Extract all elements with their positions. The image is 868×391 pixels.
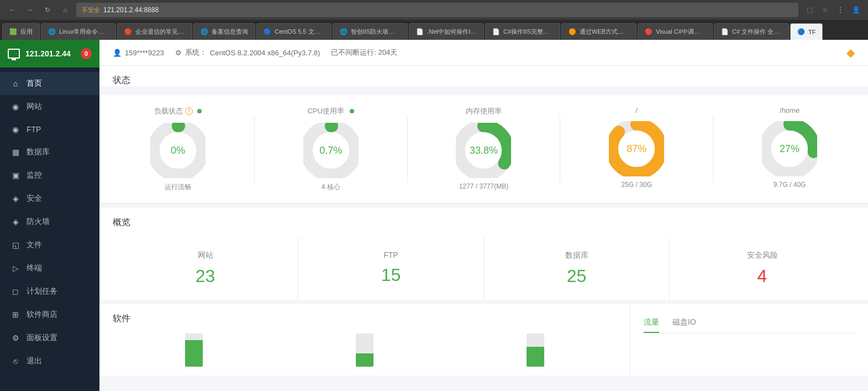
overview-section: 概览 网站 23 FTP 15 数据库 25 安全风险 4 <box>99 208 868 300</box>
cpu-dot <box>350 109 354 113</box>
tab-csharp-iis[interactable]: 📄 C#操作IIS完整解析-... <box>485 23 560 40</box>
terminal-icon: ▷ <box>11 264 20 273</box>
folder-icon: ◱ <box>11 241 20 249</box>
notification-badge: 0 <box>81 48 92 59</box>
bar-fill <box>185 340 203 367</box>
question-icon[interactable]: ? <box>185 107 193 115</box>
tab-iis[interactable]: 🌐 智创IIS防火墙和W... <box>333 23 408 40</box>
status-section: 状态 <box>99 66 868 86</box>
software-bar-1 <box>113 333 275 367</box>
sidebar-item-tasks[interactable]: ◻ 计划任务 <box>0 280 99 303</box>
gauge-cpu-circle: 0.7% <box>303 123 359 178</box>
software-section: 软件 <box>99 304 630 376</box>
sidebar-item-panel[interactable]: ⚙ 面板设置 <box>0 326 99 350</box>
tab-traffic[interactable]: 流量 <box>644 313 659 333</box>
tab-favicon: 🌐 <box>201 28 208 36</box>
sidebar-item-label: 面板设置 <box>27 333 57 343</box>
card-ftp-value: 15 <box>381 265 401 285</box>
system-info: ⚙ 系统： CentOS 8.2.2004 x86_64(Py3.7.8) <box>175 48 320 58</box>
sidebar-item-label: 软件商店 <box>27 310 57 320</box>
tab-icp[interactable]: 🌐 备案信息查询 <box>193 23 255 40</box>
sidebar-item-terminal[interactable]: ▷ 终端 <box>0 257 99 280</box>
tab-csharp-file[interactable]: 📄 C# 文件操作 全收... <box>714 23 789 40</box>
gauge-disk-home-circle: 27% <box>762 121 817 176</box>
tab-web-remote[interactable]: 🟠 通过WEB方式远程... <box>561 23 636 40</box>
forward-button[interactable]: → <box>23 3 36 17</box>
card-database[interactable]: 数据库 25 <box>484 237 669 300</box>
home-nav-button[interactable]: ⌂ <box>59 3 72 17</box>
sidebar-item-files[interactable]: ◱ 文件 <box>0 233 99 257</box>
username: 159****9223 <box>125 49 164 57</box>
tab-favicon: 🌐 <box>48 28 56 36</box>
tab-linux[interactable]: 🌐 Linux常用命令全集 <box>41 23 116 40</box>
db-icon: ▦ <box>11 148 20 157</box>
gauge-disk-root-subtitle: 25G / 30G <box>622 181 652 189</box>
gauges-row: 负载状态 ? 0% 运行流畅 CPU使用率 <box>99 95 868 204</box>
tab-visual-csharp[interactable]: 🔴 Visual C#中调用W... <box>638 23 713 40</box>
card-security-value: 4 <box>757 266 767 286</box>
bar-container <box>185 333 203 367</box>
cast-button[interactable]: ⬚ <box>803 3 816 17</box>
sidebar-item-security[interactable]: ◈ 安全 <box>0 187 99 210</box>
gauge-disk-home-title: /home <box>780 106 799 114</box>
gauge-cpu: CPU使用率 0.7% 4 核心 <box>266 106 396 192</box>
gauge-memory-title: 内存使用率 <box>466 106 502 116</box>
bookmark-button[interactable]: ☆ <box>818 3 832 17</box>
overview-title: 概览 <box>113 217 855 228</box>
status-title: 状态 <box>113 75 855 86</box>
card-ftp[interactable]: FTP 15 <box>298 237 483 300</box>
ftp-icon: ◉ <box>11 125 20 134</box>
sidebar-item-label: 退出 <box>27 356 42 366</box>
vip-icon[interactable]: ◆ <box>846 46 855 59</box>
tab-label: 智创IIS防火墙和W... <box>351 28 401 36</box>
gauge-disk-root-circle: 87% <box>609 121 664 176</box>
gauge-sep-3 <box>560 116 560 183</box>
tab-favicon: 📄 <box>721 28 729 36</box>
sidebar-item-label: 数据库 <box>27 147 50 157</box>
card-database-label: 数据库 <box>565 251 588 260</box>
sidebar-item-software[interactable]: ⊞ 软件商店 <box>0 303 99 326</box>
uptime-info: 已不间断运行: 204天 <box>331 48 397 58</box>
tab-favicon: 🟩 <box>9 28 17 36</box>
sidebar-item-database[interactable]: ▦ 数据库 <box>0 140 99 164</box>
tab-favicon: 🔵 <box>797 28 805 36</box>
refresh-button[interactable]: ↻ <box>41 3 54 17</box>
tab-disk-io[interactable]: 磁盘IO <box>672 313 696 333</box>
software-bar-2 <box>283 333 445 367</box>
sidebar-item-monitor[interactable]: ▣ 监控 <box>0 164 99 187</box>
bottom-row: 软件 <box>99 304 868 376</box>
gauge-cpu-title: CPU使用率 <box>307 106 354 116</box>
gauge-disk-home-value: 27% <box>780 143 799 155</box>
tab-enterprise[interactable]: 🔴 企业退信的常见问... <box>117 23 192 40</box>
settings-button[interactable]: ⋮ <box>834 3 847 17</box>
gauge-disk-root-value: 87% <box>627 143 646 155</box>
tab-dotnet[interactable]: 📄 .Net中如何操作IIS(... <box>409 23 484 40</box>
tab-tf[interactable]: 🔵 TF <box>790 23 823 40</box>
sidebar: 121.201.2.44 0 ⌂ 首页 ◉ 网站 ◉ FTP ▦ 数据库 ▣ 监… <box>0 40 99 391</box>
sidebar-header: 121.201.2.44 0 <box>0 40 99 67</box>
tab-label: 通过WEB方式远程... <box>580 28 629 36</box>
sidebar-item-website[interactable]: ◉ 网站 <box>0 95 99 118</box>
address-bar[interactable]: 不安全 121.201.2.44:8888 <box>76 3 798 17</box>
tab-label: 应用 <box>20 28 33 36</box>
overview-header: 概览 <box>99 208 868 228</box>
sidebar-item-firewall[interactable]: ◈ 防火墙 <box>0 210 99 233</box>
account-button[interactable]: 👤 <box>849 3 862 17</box>
card-website[interactable]: 网站 23 <box>113 237 298 300</box>
card-security[interactable]: 安全风险 4 <box>670 237 855 300</box>
gear-icon: ⚙ <box>11 333 20 342</box>
insecure-badge: 不安全 <box>82 6 100 14</box>
sidebar-item-ftp[interactable]: ◉ FTP <box>0 118 99 140</box>
software-bars <box>113 333 617 367</box>
gauge-cpu-value: 0.7% <box>319 145 342 157</box>
tab-centos[interactable]: 🔵 CentOS 5.5 文本模... <box>256 23 332 40</box>
sidebar-item-home[interactable]: ⌂ 首页 <box>0 72 99 95</box>
sidebar-item-logout[interactable]: ⎋ 退出 <box>0 350 99 373</box>
tab-apps[interactable]: 🟩 应用 <box>2 23 40 40</box>
tab-favicon: 🟠 <box>569 28 576 36</box>
sidebar-item-label: 监控 <box>27 170 42 180</box>
bar-container <box>356 333 373 367</box>
sidebar-item-label: 终端 <box>27 263 42 273</box>
tab-label: C#操作IIS完整解析-... <box>503 28 553 36</box>
back-button[interactable]: ← <box>6 3 19 17</box>
